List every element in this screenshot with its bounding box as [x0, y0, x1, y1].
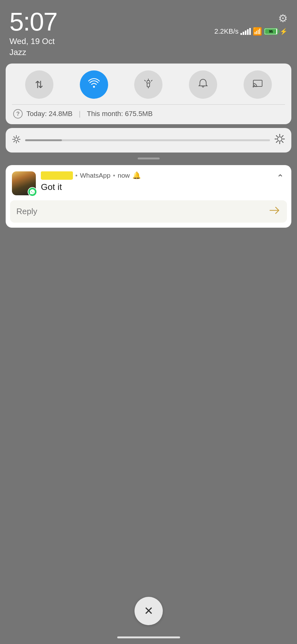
gear-icon[interactable]: ⚙	[278, 12, 288, 25]
svg-rect-0	[147, 83, 150, 87]
send-button[interactable]	[268, 206, 281, 217]
date: Wed, 19 Oct	[9, 36, 57, 46]
notification-content: ██████ • WhatsApp • now 🔔 Got it	[41, 171, 270, 192]
close-icon: ✕	[144, 604, 153, 618]
wifi-status-icon: 📶	[253, 27, 262, 36]
carrier: Jazz	[9, 47, 57, 57]
svg-line-15	[14, 141, 15, 142]
notification-message: Got it	[41, 182, 270, 192]
expand-button[interactable]: ⌃	[275, 171, 285, 184]
today-usage: Today: 24.8MB	[26, 110, 73, 118]
bar2	[243, 32, 244, 35]
svg-line-24	[276, 141, 278, 142]
wifi-toggle-button[interactable]	[80, 70, 108, 99]
status-bar: 5:07 Wed, 19 Oct Jazz ⚙ 2.2KB/s 📶 95 ⚡	[0, 0, 297, 60]
torch-icon	[143, 78, 154, 91]
whatsapp-icon	[30, 189, 35, 194]
quick-settings-panel: ⇅	[6, 64, 291, 124]
sender-name: ██████	[41, 171, 73, 180]
status-left: 5:07 Wed, 19 Oct Jazz	[9, 9, 57, 57]
bar1	[240, 33, 242, 35]
brightness-slider[interactable]	[25, 139, 270, 141]
brightness-fill	[25, 139, 62, 141]
notification-header: ██████ • WhatsApp • now 🔔 Got it ⌃	[6, 165, 291, 200]
reply-input[interactable]	[16, 207, 268, 216]
dismiss-button[interactable]: ✕	[135, 597, 163, 625]
app-name: WhatsApp	[80, 172, 111, 179]
reply-area[interactable]	[10, 200, 287, 223]
torch-toggle-button[interactable]	[134, 70, 162, 99]
notification-card: ██████ • WhatsApp • now 🔔 Got it ⌃	[6, 165, 291, 228]
wifi-toggle-icon	[88, 78, 100, 92]
brightness-high-icon	[274, 134, 285, 147]
signal-bars-icon	[240, 28, 251, 35]
data-usage-row: ? Today: 24.8MB | This month: 675.5MB	[12, 109, 285, 119]
bell-icon	[198, 78, 208, 91]
bar5	[249, 28, 251, 35]
notification-time: now	[118, 172, 130, 179]
svg-line-23	[282, 136, 283, 137]
svg-point-6	[253, 86, 254, 87]
home-bar	[117, 636, 180, 638]
svg-line-12	[14, 136, 15, 137]
svg-line-3	[151, 80, 152, 81]
month-usage: This month: 675.5MB	[87, 110, 153, 118]
app-icon-container	[12, 171, 36, 195]
bar3	[245, 31, 246, 35]
drag-handle[interactable]	[138, 158, 160, 159]
brightness-panel	[6, 128, 291, 153]
brightness-low-icon	[12, 135, 21, 146]
svg-line-22	[282, 141, 283, 142]
quick-toggle-row: ⇅	[12, 70, 285, 99]
svg-line-21	[276, 136, 278, 137]
cast-icon	[252, 78, 263, 91]
battery-icon: 95	[264, 28, 278, 35]
svg-line-2	[145, 80, 146, 81]
network-speed: 2.2KB/s	[214, 27, 239, 36]
battery-container: 95	[264, 28, 278, 35]
help-icon[interactable]: ?	[13, 109, 23, 119]
battery-level: 95	[269, 30, 273, 33]
notification-bell-icon: 🔔	[132, 171, 141, 180]
svg-line-13	[18, 141, 19, 142]
charging-icon: ⚡	[280, 28, 288, 35]
notification-meta: ██████ • WhatsApp • now 🔔	[41, 171, 270, 180]
whatsapp-badge	[28, 187, 37, 197]
bar4	[247, 29, 249, 35]
svg-point-7	[15, 138, 18, 141]
status-right: ⚙ 2.2KB/s 📶 95 ⚡	[214, 9, 288, 36]
svg-point-16	[278, 137, 282, 141]
svg-line-14	[18, 136, 19, 137]
cast-toggle-button[interactable]	[244, 70, 272, 99]
divider	[12, 104, 285, 105]
clock: 5:07	[9, 9, 57, 35]
sort-toggle-button[interactable]: ⇅	[25, 70, 53, 99]
bell-toggle-button[interactable]	[189, 70, 217, 99]
status-icons: 2.2KB/s 📶 95 ⚡	[214, 27, 288, 36]
sort-icon: ⇅	[35, 79, 43, 91]
